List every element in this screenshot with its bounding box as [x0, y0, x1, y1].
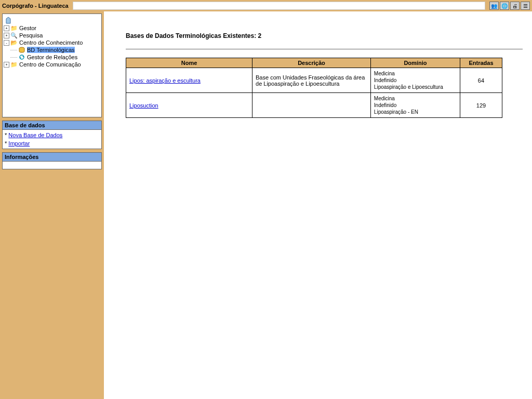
- tree-item[interactable]: +📁Centro de Comunicação: [4, 61, 100, 68]
- title-divider: [126, 49, 523, 49]
- sidebar: +📁Gestor+🔍Pesquisa-📂Centro de Conhecimen…: [0, 11, 104, 399]
- col-header-nome: Nome: [126, 58, 252, 68]
- col-header-dominio: Domínio: [370, 58, 460, 68]
- tree-item[interactable]: +🔍Pesquisa: [4, 32, 100, 39]
- tree-label: Centro de Comunicação: [19, 61, 81, 68]
- topbar: Corpógrafo - Linguateca 👥 🌐 🖨 ☰: [0, 0, 532, 11]
- cell-descricao: [252, 93, 371, 118]
- magnifier-icon: 🔍: [10, 32, 18, 38]
- nav-tree: +📁Gestor+🔍Pesquisa-📂Centro de Conhecimen…: [2, 14, 102, 117]
- tree-toggle[interactable]: +: [4, 33, 9, 38]
- cell-descricao: Base com Unidades Fraseológicas da área …: [252, 68, 371, 93]
- tree-label: Gestor de Relações: [27, 54, 77, 60]
- table-row: LiposuctionMedicinaIndefinidoLipoaspiraç…: [126, 93, 502, 118]
- sidebar-header-info: Informações: [3, 153, 101, 162]
- cell-entradas: 129: [460, 93, 502, 118]
- link-new-db[interactable]: Nova Base de Dados: [8, 132, 62, 138]
- sidebar-header-db: Base de dados: [3, 121, 101, 130]
- topbar-toolbar: 👥 🌐 🖨 ☰: [489, 2, 530, 10]
- cell-dominio: MedicinaIndefinidoLipoaspiração - EN: [370, 93, 460, 118]
- users-icon[interactable]: 👥: [489, 2, 499, 10]
- tree-label: Pesquisa: [19, 32, 43, 38]
- main-content: Bases de Dados Terminológicas Existentes…: [104, 11, 532, 399]
- print-icon[interactable]: 🖨: [510, 2, 520, 10]
- folder-icon: 📁: [10, 61, 18, 68]
- database-icon: [18, 47, 25, 53]
- db-name-link[interactable]: Lipos: aspiração e escultura: [129, 77, 201, 84]
- tree-item[interactable]: BD Terminológicas: [4, 46, 100, 54]
- folder-open-icon: 📂: [10, 39, 18, 46]
- tree-label: Centro de Conhecimento: [19, 39, 83, 46]
- tree-item[interactable]: +📁Gestor: [4, 24, 100, 32]
- relations-icon: [18, 54, 25, 60]
- col-header-descricao: Descrição: [252, 58, 371, 68]
- search-input[interactable]: [73, 2, 485, 10]
- globe-icon[interactable]: 🌐: [500, 2, 509, 10]
- tree-toggle[interactable]: +: [4, 25, 9, 31]
- table-row: Lipos: aspiração e esculturaBase com Uni…: [126, 68, 502, 93]
- cell-entradas: 64: [460, 68, 502, 93]
- sidebar-body-db: * Nova Base de Dados * Importar: [3, 130, 101, 149]
- db-table: Nome Descrição Domínio Entradas Lipos: a…: [126, 58, 502, 118]
- page-title: Bases de Dados Terminológicas Existentes…: [126, 32, 523, 39]
- tree-toggle[interactable]: +: [4, 62, 9, 68]
- tree-item[interactable]: -📂Centro de Conhecimento: [4, 39, 100, 46]
- col-header-entradas: Entradas: [460, 58, 502, 68]
- tree-branch-line: [10, 47, 17, 50]
- sidebar-body-info: [3, 162, 101, 169]
- tree-item[interactable]: Gestor de Relações: [4, 54, 100, 61]
- sidebar-section-info: Informações: [2, 152, 102, 169]
- db-name-link[interactable]: Liposuction: [129, 102, 158, 109]
- link-import[interactable]: Importar: [8, 140, 30, 147]
- folder-icon: 📁: [10, 25, 18, 31]
- list-icon[interactable]: ☰: [521, 2, 530, 10]
- cell-dominio: MedicinaIndefinidoLipoaspiração e Lipoes…: [370, 68, 460, 93]
- app-title: Corpógrafo - Linguateca: [2, 3, 69, 9]
- tree-label: Gestor: [19, 25, 36, 31]
- sidebar-section-db: Base de dados * Nova Base de Dados * Imp…: [2, 121, 102, 149]
- tree-root[interactable]: [4, 16, 100, 24]
- tree-label: BD Terminológicas: [27, 47, 75, 53]
- tree-branch-line: [10, 55, 17, 58]
- tree-toggle[interactable]: -: [4, 40, 9, 46]
